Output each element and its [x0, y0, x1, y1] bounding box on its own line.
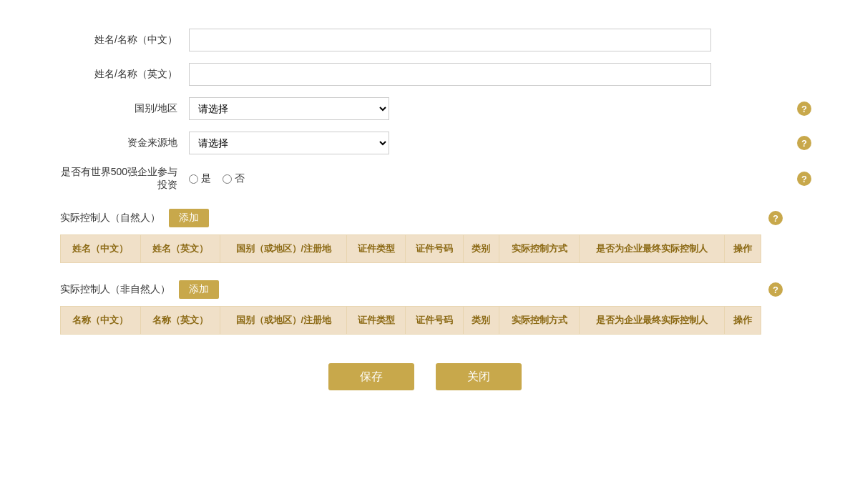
fortune500-radio-group: 是 否: [189, 172, 252, 185]
fortune500-yes-label[interactable]: 是: [189, 172, 211, 185]
section2-col-category: 类别: [463, 307, 499, 335]
section1-col-name-cn: 姓名（中文）: [61, 235, 141, 263]
section1-col-action: 操作: [725, 235, 761, 263]
fortune500-help-icon[interactable]: ?: [797, 172, 811, 186]
section2-add-button[interactable]: 添加: [179, 280, 219, 299]
section1-title: 实际控制人（自然人）: [60, 212, 160, 224]
country-label: 国别/地区: [60, 102, 189, 115]
section1-col-cert-type: 证件类型: [347, 235, 405, 263]
section2-table: 名称（中文） 名称（英文） 国别（或地区）/注册地 证件类型 证件号码 类别 实…: [60, 306, 761, 335]
section1-col-category: 类别: [463, 235, 499, 263]
name-en-row: 姓名/名称（英文）: [60, 63, 790, 86]
fortune500-no-text: 否: [235, 172, 245, 185]
section1-help-icon[interactable]: ?: [768, 211, 783, 225]
fortune500-label: 是否有世界500强企业参与投资: [60, 166, 189, 192]
section2-col-country: 国别（或地区）/注册地: [220, 307, 347, 335]
section2-col-cert-no: 证件号码: [405, 307, 463, 335]
close-button[interactable]: 关闭: [436, 363, 522, 390]
section1-header: 实际控制人（自然人） 添加 ?: [60, 209, 761, 227]
section1-table-header-row: 姓名（中文） 姓名（英文） 国别（或地区）/注册地 证件类型 证件号码 类别 实…: [61, 235, 761, 263]
name-cn-label: 姓名/名称（中文）: [60, 34, 189, 46]
fund-source-row: 资金来源地 请选择 ?: [60, 132, 790, 154]
section2-col-name-en: 名称（英文）: [140, 307, 220, 335]
name-cn-row: 姓名/名称（中文）: [60, 29, 790, 51]
fortune500-yes-radio[interactable]: [189, 174, 198, 184]
section1-table: 姓名（中文） 姓名（英文） 国别（或地区）/注册地 证件类型 证件号码 类别 实…: [60, 234, 761, 263]
name-en-label: 姓名/名称（英文）: [60, 68, 189, 81]
fortune500-no-radio[interactable]: [223, 174, 232, 184]
section2-col-ultimate-controller: 是否为企业最终实际控制人: [579, 307, 724, 335]
fund-source-select[interactable]: 请选择: [189, 132, 389, 154]
section1-add-button[interactable]: 添加: [169, 209, 209, 227]
section2-col-control-method: 实际控制方式: [499, 307, 580, 335]
section2-col-cert-type: 证件类型: [347, 307, 405, 335]
fund-source-help-icon[interactable]: ?: [797, 136, 811, 150]
section2-table-header-row: 名称（中文） 名称（英文） 国别（或地区）/注册地 证件类型 证件号码 类别 实…: [61, 307, 761, 335]
section1-col-name-en: 姓名（英文）: [140, 235, 220, 263]
bottom-actions: 保存 关闭: [60, 363, 790, 412]
section2-title: 实际控制人（非自然人）: [60, 283, 170, 296]
country-help-icon[interactable]: ?: [797, 102, 811, 116]
section1-col-ultimate-controller: 是否为企业最终实际控制人: [579, 235, 724, 263]
fortune500-yes-text: 是: [201, 172, 211, 185]
section2-col-action: 操作: [725, 307, 761, 335]
section2-col-name-cn: 名称（中文）: [61, 307, 141, 335]
section1-col-cert-no: 证件号码: [405, 235, 463, 263]
name-cn-input[interactable]: [189, 29, 711, 51]
fund-source-label: 资金来源地: [60, 137, 189, 149]
name-en-input[interactable]: [189, 63, 711, 86]
page-container: 姓名/名称（中文） 姓名/名称（英文） 国别/地区 请选择 ? 资金来源地 请选…: [31, 14, 819, 426]
fortune500-no-label[interactable]: 否: [223, 172, 245, 185]
section2-help-icon[interactable]: ?: [768, 282, 783, 297]
section2-header: 实际控制人（非自然人） 添加 ?: [60, 280, 761, 299]
fortune500-row: 是否有世界500强企业参与投资 是 否 ?: [60, 166, 790, 192]
country-select[interactable]: 请选择: [189, 97, 389, 120]
save-button[interactable]: 保存: [328, 363, 414, 390]
country-row: 国别/地区 请选择 ?: [60, 97, 790, 120]
section1-col-country: 国别（或地区）/注册地: [220, 235, 347, 263]
section1-col-control-method: 实际控制方式: [499, 235, 580, 263]
